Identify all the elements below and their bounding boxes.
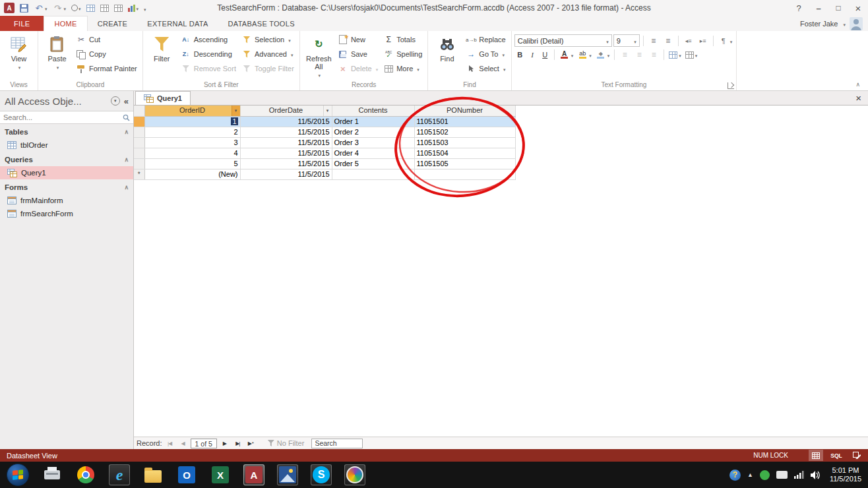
undo-button[interactable] [34,3,47,13]
go-to-button[interactable]: Go To [463,47,508,61]
record-selector[interactable] [134,137,144,148]
chart-dropdown-icon[interactable] [137,3,139,13]
tray-keyboard-icon[interactable] [776,471,788,479]
tray-show-hidden-icons[interactable] [747,472,753,478]
new-record-selector[interactable]: * [134,169,144,179]
text-direction-button[interactable] [717,35,734,47]
navpane-menu-icon[interactable] [111,96,120,106]
close-document-icon[interactable] [855,92,861,104]
tray-support-icon[interactable] [729,470,741,481]
toggle-filter-button[interactable]: Toggle Filter [239,61,297,76]
highlight-color-button[interactable] [576,49,593,61]
redo-button[interactable] [53,3,67,13]
navpane-item-tblorder[interactable]: tblOrder [0,138,133,152]
cell-4-ponumber[interactable]: 11051505 [414,158,515,169]
new-record-button-ribbon[interactable]: New [335,32,381,47]
design-view-button[interactable] [850,450,864,461]
background-color-button[interactable] [594,49,611,61]
replace-button[interactable]: Replace [463,32,508,47]
navpane-item-frmsearchform[interactable]: frmSearchForm [0,207,133,220]
navpane-search-input[interactable] [3,113,123,121]
cell-4-orderid[interactable]: 5 [144,158,240,169]
tab-file[interactable]: FILE [0,16,44,31]
taskbar-icon-file-explorer[interactable] [142,464,164,485]
cell-2-ponumber[interactable]: 11051503 [414,137,515,148]
sql-view-button[interactable]: SQL [829,450,844,461]
filter-button[interactable]: Filter [146,32,178,63]
touch-mode-button[interactable] [71,3,81,13]
totals-button[interactable]: Totals [381,32,425,47]
cell-3-ponumber[interactable]: 11051504 [414,148,515,158]
selection-button[interactable]: Selection [239,32,297,47]
cell-0-orderdate[interactable]: 11/5/2015 [240,116,332,127]
qat-table-button-1[interactable] [86,5,95,12]
collapse-ribbon-icon[interactable] [855,81,860,88]
cell-new-ponumber[interactable] [414,169,515,179]
column-header-orderid[interactable]: OrderID [144,106,240,116]
increase-indent-button[interactable] [697,35,710,47]
navpane-item-frmmainform[interactable]: frmMainform [0,194,133,207]
cell-3-orderid[interactable]: 4 [144,148,240,158]
remove-sort-button[interactable]: Remove Sort [178,61,239,76]
new-blank-record-button[interactable] [245,439,257,448]
restore-button[interactable] [828,0,848,16]
bullets-button[interactable] [647,35,660,47]
save-record-button[interactable]: Save [335,47,381,61]
dialog-launcher-icon[interactable] [728,82,734,89]
tray-green-app-icon[interactable] [760,470,770,480]
help-button[interactable] [789,0,809,16]
navpane-item-query1[interactable]: Query1 [0,166,133,179]
numbering-button[interactable] [662,35,675,47]
record-search-input[interactable] [311,439,363,448]
record-selector[interactable] [134,148,144,158]
cell-2-contents[interactable]: Order 3 [332,137,414,148]
column-header-ponumber[interactable]: PONumber [414,106,515,116]
copy-button[interactable]: Copy [73,47,140,61]
filter-state-button[interactable]: No Filter [263,439,310,447]
cell-3-contents[interactable]: Order 4 [332,148,414,158]
record-selector[interactable] [134,158,144,169]
taskbar-icon-printer[interactable] [42,464,63,485]
access-app-icon[interactable] [4,3,15,13]
shutter-bar-close-icon[interactable] [124,96,129,106]
filter-dropdown-icon[interactable] [323,106,332,116]
minimize-button[interactable] [809,0,828,16]
next-record-button[interactable] [219,439,230,448]
taskbar-icon-access[interactable] [243,464,264,485]
bold-button[interactable]: B [514,49,526,61]
filter-dropdown-icon[interactable] [232,106,240,116]
font-color-button[interactable] [558,49,575,61]
section-header-queries[interactable]: Queries [0,152,133,166]
save-button[interactable] [20,4,28,13]
account-menu[interactable]: Foster Jake [800,16,868,31]
record-position-box[interactable]: 1 of 5 [191,439,217,448]
view-button[interactable]: View [3,32,35,72]
cell-1-ponumber[interactable]: 11051502 [414,127,515,137]
tray-network-icon[interactable] [794,471,804,479]
qat-table-button-2[interactable] [100,5,109,12]
previous-record-button[interactable] [177,439,189,448]
gridlines-button[interactable] [667,49,683,61]
format-painter-button[interactable]: Format Painter [73,61,140,76]
descending-button[interactable]: Descending [178,47,239,61]
paste-button[interactable]: Paste [41,32,73,72]
tab-create[interactable]: CREATE [88,16,138,31]
undo-dropdown-icon[interactable] [45,3,47,13]
navpane-header[interactable]: All Access Obje... [0,91,133,111]
cell-2-orderdate[interactable]: 11/5/2015 [240,137,332,148]
cut-button[interactable]: Cut [73,32,140,47]
cell-0-ponumber[interactable]: 11051501 [414,116,515,127]
record-selector[interactable] [134,116,144,127]
cell-new-orderid[interactable]: (New) [144,169,240,179]
start-button[interactable] [7,464,29,486]
underline-button[interactable]: U [540,49,551,61]
tab-external-data[interactable]: EXTERNAL DATA [137,16,218,31]
cell-3-orderdate[interactable]: 11/5/2015 [240,148,332,158]
decrease-indent-button[interactable] [682,35,695,47]
cell-2-orderid[interactable]: 3 [144,137,240,148]
tab-home[interactable]: HOME [44,16,87,31]
taskbar-icon-chrome[interactable] [75,464,96,485]
find-button[interactable]: Find [431,32,463,63]
column-header-contents[interactable]: Contents [332,106,414,116]
ascending-button[interactable]: Ascending [178,32,239,47]
